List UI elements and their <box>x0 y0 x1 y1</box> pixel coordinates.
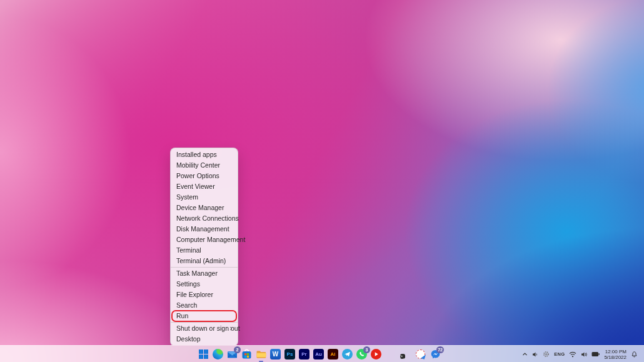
command-prompt-icon: >_ <box>400 354 405 359</box>
settings-gear-tray-button[interactable] <box>543 351 550 358</box>
wifi-tray-button[interactable] <box>569 351 576 358</box>
system-tray: ENG 12:00 PM 5/ <box>522 346 638 362</box>
menu-item-run-label: Run <box>176 312 188 319</box>
messenger-tray-button[interactable]: 72 <box>430 349 441 359</box>
menu-item-system[interactable]: System <box>171 192 238 203</box>
illustrator-button[interactable]: Ai <box>328 349 338 359</box>
menu-item-disk-management[interactable]: Disk Management <box>171 224 238 234</box>
notification-center-button[interactable] <box>631 351 638 358</box>
photoshop-button[interactable]: Ps <box>284 349 295 359</box>
clock[interactable]: 12:00 PM 5/18/2022 <box>604 349 626 360</box>
audio-device-tray-button[interactable] <box>532 351 538 358</box>
command-prompt-tray-button[interactable]: >_ <box>400 349 411 359</box>
mail-button[interactable]: 2 <box>227 349 238 359</box>
tray-overflow-icons: >_ 72 <box>400 346 441 362</box>
clock-time: 12:00 PM <box>604 349 626 354</box>
messenger-badge: 72 <box>436 346 444 353</box>
speaker-small-icon <box>532 351 538 358</box>
mail-badge: 2 <box>234 346 241 353</box>
microsoft-store-button[interactable] <box>241 349 252 359</box>
illustrator-icon: Ai <box>328 349 338 359</box>
battery-tray-button[interactable] <box>591 351 600 357</box>
menu-item-network-connections[interactable]: Network Connections <box>171 213 238 224</box>
file-explorer-button[interactable] <box>256 349 266 359</box>
screenshot-tool-tray-button[interactable] <box>415 349 426 359</box>
hidden-icons-chevron-button[interactable] <box>522 351 528 357</box>
volume-tray-button[interactable] <box>581 351 587 358</box>
menu-item-terminal[interactable]: Terminal <box>171 245 238 256</box>
telegram-button[interactable] <box>342 349 353 359</box>
desktop-wallpaper[interactable]: Installed apps Mobility Center Power Opt… <box>0 0 644 362</box>
menu-item-terminal-admin[interactable]: Terminal (Admin) <box>171 256 238 266</box>
winx-context-menu: Installed apps Mobility Center Power Opt… <box>170 148 238 346</box>
menu-item-task-manager[interactable]: Task Manager <box>171 268 238 279</box>
menu-item-desktop[interactable]: Desktop <box>171 334 238 344</box>
microsoft-store-icon <box>241 349 252 359</box>
menu-item-search[interactable]: Search <box>171 300 238 311</box>
word-button[interactable]: W <box>270 349 281 359</box>
menu-item-power-options[interactable]: Power Options <box>171 171 238 181</box>
telegram-icon <box>342 349 353 359</box>
menu-item-installed-apps[interactable]: Installed apps <box>171 149 238 160</box>
premiere-pro-button[interactable]: Pr <box>299 349 309 359</box>
menu-item-settings[interactable]: Settings <box>171 279 238 289</box>
menu-separator <box>171 267 238 268</box>
chevron-up-icon <box>522 351 528 357</box>
edge-button[interactable] <box>213 349 223 359</box>
menu-item-mobility-center[interactable]: Mobility Center <box>171 160 238 171</box>
language-indicator[interactable]: ENG <box>554 351 565 357</box>
menu-item-device-manager[interactable]: Device Manager <box>171 203 238 213</box>
screenshot-tool-icon <box>416 349 425 359</box>
audition-icon: Au <box>313 349 324 359</box>
start-button[interactable] <box>198 349 209 359</box>
premiere-pro-icon: Pr <box>299 349 309 359</box>
menu-item-shut-down-or-sign-out[interactable]: Shut down or sign out <box>171 323 238 334</box>
windows-logo-icon <box>199 349 208 359</box>
whatsapp-badge: 3 <box>363 346 370 353</box>
menu-item-file-explorer[interactable]: File Explorer <box>171 289 238 300</box>
word-icon: W <box>270 349 281 359</box>
clock-date: 5/18/2022 <box>604 354 626 360</box>
volume-icon <box>581 351 587 358</box>
menu-item-run[interactable]: Run <box>171 311 238 321</box>
whatsapp-button[interactable]: 3 <box>356 349 367 359</box>
battery-icon <box>591 351 600 357</box>
chevron-right-icon <box>229 326 233 331</box>
menu-item-computer-management[interactable]: Computer Management <box>171 234 238 245</box>
youtube-icon <box>371 349 381 359</box>
wifi-icon <box>569 351 576 358</box>
menu-separator <box>171 322 238 323</box>
menu-item-event-viewer[interactable]: Event Viewer <box>171 181 238 192</box>
gear-icon <box>543 351 550 358</box>
photoshop-icon: Ps <box>284 349 295 359</box>
youtube-button[interactable] <box>371 349 381 359</box>
edge-icon <box>213 349 223 359</box>
taskbar-app-icons: 2 W <box>198 346 381 362</box>
notification-bell-icon <box>631 351 638 358</box>
taskbar: 2 W <box>0 345 644 362</box>
audition-button[interactable]: Au <box>313 349 324 359</box>
file-explorer-icon <box>256 349 266 359</box>
